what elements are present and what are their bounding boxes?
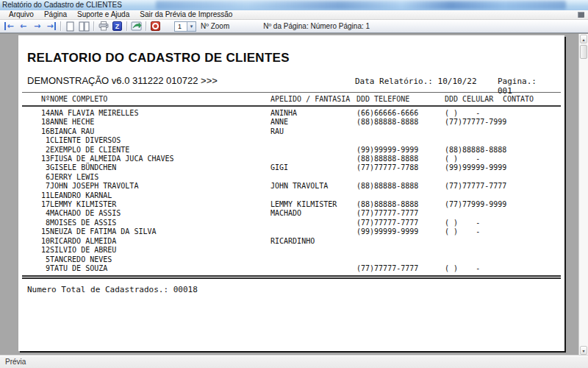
client-celular: (88)88888-8888 xyxy=(445,146,503,155)
report-subtitle: DEMONSTRAÇÃO v6.0 311222 010722 >>> xyxy=(27,75,218,86)
report-title: RELATORIO DO CADASTRO DE CLIENTES xyxy=(27,51,564,66)
table-row: 13 FIUSA DE ALMEIDA JUCA CHAVES (88)8888… xyxy=(24,155,561,163)
client-telefone xyxy=(356,237,445,246)
printer-icon xyxy=(98,21,109,31)
vertical-scrollbar[interactable]: ▴ ▾ xyxy=(578,34,588,355)
client-name: TATU DE SOUZA xyxy=(50,264,270,273)
table-row: 8 MOISES DE ASSIS (77)77777-7777 ( ) - xyxy=(24,219,561,227)
exit-preview-button[interactable] xyxy=(149,21,162,32)
table-row: 5 TANCREDO NEVES xyxy=(24,255,561,264)
client-celular xyxy=(445,255,503,264)
menu-suporte-e-ajuda[interactable]: Suporte e Ajuda xyxy=(72,10,135,19)
table-row: 17 LEMMY KILMISTER LEMMY KILMISTER (88)8… xyxy=(24,200,561,209)
last-page-button[interactable]: → xyxy=(45,21,58,32)
client-contato xyxy=(503,163,561,172)
table-row: 4 MACHADO DE ASSIS MACHADO (77)77777-777… xyxy=(24,209,561,218)
client-apelido: ANNE xyxy=(270,118,356,127)
table-row: 11 LEANDRO KARNAL xyxy=(24,191,561,200)
zoom-combo-value: 1 xyxy=(175,22,187,31)
client-name: JERRY LEWIS xyxy=(50,173,270,182)
client-telefone: (77)77777-7788 xyxy=(356,163,445,172)
client-number: 6 xyxy=(24,173,50,182)
client-celular: (99)99999-9999 xyxy=(445,163,503,172)
report-column-headers: Nº NOME COMPLETO APELIDO / FANTASIA DDD … xyxy=(24,93,561,105)
prev-page-icon: ← xyxy=(20,22,26,30)
toolbar-separator xyxy=(126,21,127,31)
client-telefone: (99)99999-9999 xyxy=(356,146,445,155)
redacted-title-region xyxy=(156,1,566,10)
client-celular: ( ) - xyxy=(445,264,503,273)
client-number: 1 xyxy=(24,136,50,145)
client-name: MOISES DE ASSIS xyxy=(50,219,270,227)
two-page-view-button[interactable] xyxy=(78,21,91,32)
next-page-button[interactable]: → xyxy=(31,21,44,32)
client-celular xyxy=(445,246,503,255)
menu-pagina[interactable]: Página xyxy=(39,10,72,19)
client-contato xyxy=(503,200,561,209)
report-subheader: DEMONSTRAÇÃO v6.0 311222 010722 >>> Data… xyxy=(27,74,556,86)
zoom-setup-icon: Z xyxy=(112,21,122,31)
table-row: 16 BIANCA RAU RAU xyxy=(24,127,561,136)
first-page-button[interactable]: ← xyxy=(3,21,16,32)
zoom-setup-button[interactable]: Z xyxy=(111,21,124,32)
client-apelido xyxy=(270,191,356,200)
chevron-down-icon[interactable]: ▾ xyxy=(187,22,196,31)
client-apelido: GIGI xyxy=(270,163,356,172)
client-number: 18 xyxy=(24,118,50,127)
client-telefone xyxy=(356,173,445,182)
zoom-combo[interactable]: 1 ▾ xyxy=(174,21,196,32)
client-telefone xyxy=(356,246,445,255)
scroll-down-icon[interactable]: ▾ xyxy=(580,346,587,355)
client-celular: (77)77777-7999 xyxy=(445,118,503,127)
scroll-up-icon[interactable]: ▴ xyxy=(580,35,587,43)
report-page: RELATORIO DO CADASTRO DE CLIENTES DEMONS… xyxy=(18,35,564,351)
client-contato xyxy=(503,182,561,191)
toolbar-separator xyxy=(93,21,94,31)
client-celular xyxy=(445,136,503,145)
client-name: ANNE HECHE xyxy=(50,118,270,127)
menu-arquivo[interactable]: Arquivo xyxy=(4,10,39,19)
prev-page-button[interactable]: ← xyxy=(17,21,30,32)
table-row: 3 GISELE BÜNDCHEN GIGI (77)77777-7788 (9… xyxy=(24,163,561,172)
col-header-numero: Nº xyxy=(24,93,50,105)
table-row: 15 NEUZA DE FATIMA DA SILVA (99)99999-99… xyxy=(24,227,561,236)
client-celular xyxy=(445,127,503,136)
client-apelido: MACHADO xyxy=(270,209,356,218)
single-page-view-icon xyxy=(65,21,75,32)
header-rule-bottom xyxy=(22,105,561,107)
client-name: EXEMPLO DE CLIENTE xyxy=(50,146,270,155)
print-button[interactable] xyxy=(97,21,110,32)
client-apelido xyxy=(270,264,356,273)
client-telefone xyxy=(356,191,445,200)
client-apelido: ANINHA xyxy=(270,109,356,118)
client-number: 4 xyxy=(24,209,50,218)
clients-table: 14 ANA FLAVIA MEIRELLES ANINHA (66)66666… xyxy=(24,109,561,273)
client-apelido xyxy=(270,246,356,255)
client-name: GISELE BÜNDCHEN xyxy=(50,163,270,172)
table-row: 7 JOHN JOSEPH TRAVOLTA JOHN TRAVOLTA (88… xyxy=(24,182,561,191)
client-celular: (77)77777-7777 xyxy=(445,182,503,191)
client-name: BIANCA RAU xyxy=(50,127,270,136)
export-button[interactable] xyxy=(130,21,143,32)
table-row: 6 JERRY LEWIS xyxy=(24,173,561,182)
mdi-child-icon xyxy=(578,12,584,18)
client-number: 5 xyxy=(24,255,50,264)
client-number: 13 xyxy=(24,155,50,163)
col-header-celular: DDD CELULAR xyxy=(445,93,503,105)
single-page-view-button[interactable] xyxy=(64,21,77,32)
client-telefone xyxy=(356,127,445,136)
client-apelido: RICARDINHO xyxy=(270,237,356,246)
client-contato xyxy=(503,209,561,218)
client-telefone: (77)77777-7777 xyxy=(356,264,445,273)
export-icon xyxy=(131,21,142,31)
client-contato xyxy=(503,127,561,136)
client-telefone: (77)77777-7777 xyxy=(356,219,445,227)
app-window: Relatório do Cadastro de CLIENTES Arquiv… xyxy=(0,0,588,368)
client-contato xyxy=(503,264,561,273)
client-contato xyxy=(503,109,561,118)
client-name: SILVIO DE ABREU xyxy=(50,246,270,255)
client-telefone xyxy=(356,255,445,264)
scrollbar-thumb[interactable] xyxy=(580,45,587,59)
client-name: FIUSA DE ALMEIDA JUCA CHAVES xyxy=(50,155,270,163)
menu-sair-da-previa[interactable]: Sair da Prévia de Impressão xyxy=(135,10,237,19)
